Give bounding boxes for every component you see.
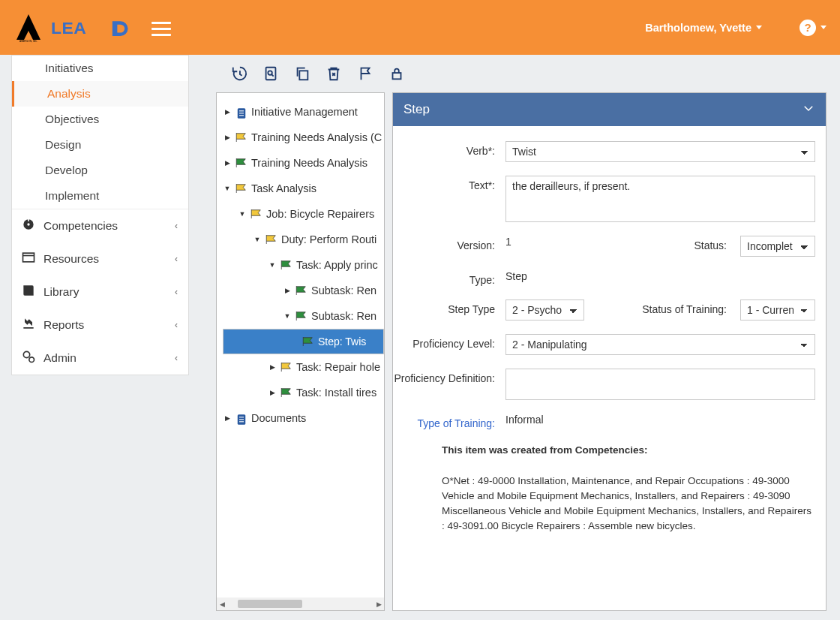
tree-h-scrollbar[interactable]: ◀ ▶ bbox=[217, 597, 384, 610]
tree-node-label: Subtask: Ren bbox=[311, 310, 376, 322]
toolbar bbox=[216, 55, 826, 92]
tree-flag-icon bbox=[265, 234, 278, 245]
search-doc-icon[interactable] bbox=[262, 65, 279, 82]
verb-select[interactable]: Twist bbox=[506, 141, 815, 162]
profdef-input[interactable] bbox=[506, 369, 815, 400]
status-label: Status: bbox=[694, 236, 727, 251]
tree-twist-icon[interactable]: ▶ bbox=[223, 159, 232, 167]
tree-flag-icon bbox=[295, 285, 308, 296]
tree-node[interactable]: ▶Task: Install tires bbox=[223, 380, 384, 405]
menu-toggle-button[interactable] bbox=[152, 18, 171, 38]
tree-twist-icon[interactable]: ▶ bbox=[268, 389, 277, 396]
logo-block: AIMERLON, INC. LEA bbox=[14, 13, 141, 43]
text-input[interactable]: the derailleurs, if present. bbox=[506, 176, 815, 222]
tree-twist-icon[interactable]: ▶ bbox=[268, 363, 277, 371]
sidebar-item-reports[interactable]: Reports‹ bbox=[12, 308, 188, 342]
tree-twist-icon[interactable]: ▼ bbox=[283, 312, 292, 320]
user-menu[interactable]: Bartholomew, Yvette bbox=[645, 22, 762, 34]
text-label: Text*: bbox=[393, 176, 506, 222]
svg-point-8 bbox=[29, 357, 34, 363]
lock-icon[interactable] bbox=[388, 65, 405, 82]
scroll-thumb[interactable] bbox=[238, 600, 302, 608]
tree-node[interactable]: ▼Job: Bicycle Repairers bbox=[223, 201, 384, 227]
tree-node[interactable]: ▼Task Analysis bbox=[223, 176, 384, 201]
tree-flag-icon bbox=[235, 132, 248, 143]
tree-flag-icon bbox=[235, 413, 248, 423]
sidebar-sub-objectives[interactable]: Objectives bbox=[12, 107, 188, 132]
tot-value: Informal bbox=[506, 414, 544, 426]
verb-label: Verb*: bbox=[393, 141, 506, 162]
tot-label[interactable]: Type of Training: bbox=[393, 414, 506, 429]
tree-node-label: Training Needs Analysis (C bbox=[251, 131, 382, 143]
tree-node-label: Initiative Management bbox=[251, 106, 358, 118]
tree-node-label: Subtask: Ren bbox=[311, 284, 376, 296]
content-area: ▶Initiative Management▶Training Needs An… bbox=[216, 55, 826, 611]
copy-icon[interactable] bbox=[294, 65, 310, 82]
help-caret-icon bbox=[820, 26, 826, 29]
tree-twist-icon[interactable]: ▶ bbox=[283, 287, 292, 294]
tree-node[interactable]: ▼Task: Apply princ bbox=[223, 252, 384, 278]
tree-twist-icon[interactable]: ▼ bbox=[223, 185, 232, 192]
svg-point-4 bbox=[27, 223, 29, 225]
tree-node[interactable]: ▶Subtask: Ren bbox=[223, 278, 384, 303]
chevron-left-icon: ‹ bbox=[175, 320, 178, 330]
chevron-left-icon: ‹ bbox=[175, 254, 178, 264]
status-select[interactable]: Incomplet bbox=[740, 236, 815, 257]
tree-twist-icon[interactable]: ▼ bbox=[268, 261, 277, 269]
scroll-right-arrow[interactable]: ▶ bbox=[374, 600, 384, 608]
tree-flag-icon bbox=[295, 311, 308, 321]
tree-node-label: Job: Bicycle Repairers bbox=[266, 208, 374, 220]
steptype-select[interactable]: 2 - Psycho bbox=[506, 299, 584, 321]
tree-flag-icon bbox=[235, 183, 248, 194]
prof-select[interactable]: 2 - Manipulating bbox=[506, 334, 815, 355]
sidebar-sub-analysis[interactable]: Analysis bbox=[12, 81, 188, 107]
tree-node-label: Task Analysis bbox=[251, 182, 316, 194]
help-button[interactable]: ? bbox=[800, 20, 816, 36]
collapse-button[interactable] bbox=[802, 101, 815, 119]
svg-text:AIMERLON, INC.: AIMERLON, INC. bbox=[20, 40, 38, 43]
tree-node[interactable]: Step: Twis bbox=[223, 329, 384, 354]
sidebar-item-admin[interactable]: Admin‹ bbox=[12, 342, 188, 375]
svg-rect-19 bbox=[239, 419, 244, 420]
tree-node[interactable]: ▼Duty: Perform Routi bbox=[223, 227, 384, 252]
tree-node-label: Task: Install tires bbox=[296, 387, 376, 399]
tree-node[interactable]: ▶Training Needs Analysis bbox=[223, 150, 384, 176]
tree-twist-icon[interactable]: ▶ bbox=[223, 414, 232, 422]
tree-node[interactable]: ▶Initiative Management bbox=[223, 99, 384, 125]
tree-twist-icon[interactable]: ▶ bbox=[223, 134, 232, 141]
svg-point-7 bbox=[23, 351, 29, 357]
sidebar-item-competencies[interactable]: Competencies‹ bbox=[12, 209, 188, 242]
svg-rect-12 bbox=[393, 73, 401, 79]
tree-twist-icon[interactable]: ▼ bbox=[238, 210, 247, 218]
sidebar-sub-initiatives[interactable]: Initiatives bbox=[12, 56, 188, 81]
tree-twist-icon[interactable]: ▶ bbox=[223, 108, 232, 116]
sidebar-item-resources[interactable]: Resources‹ bbox=[12, 242, 188, 275]
tree-node-label: Training Needs Analysis bbox=[251, 157, 368, 169]
tree-flag-icon bbox=[250, 209, 263, 219]
svg-rect-18 bbox=[239, 417, 244, 417]
reports-icon bbox=[21, 316, 38, 334]
flag-icon[interactable] bbox=[357, 65, 374, 82]
tree-node-label: Step: Twis bbox=[318, 336, 366, 348]
tree-node[interactable]: ▼Subtask: Ren bbox=[223, 303, 384, 329]
history-icon[interactable] bbox=[231, 65, 248, 82]
tree-twist-icon[interactable]: ▼ bbox=[253, 236, 262, 243]
tree-node-label: Task: Apply princ bbox=[296, 259, 378, 271]
svg-rect-11 bbox=[299, 71, 308, 80]
tree-node[interactable]: ▶Training Needs Analysis (C bbox=[223, 125, 384, 150]
tree-flag-icon bbox=[235, 107, 248, 117]
sidebar-sub-implement[interactable]: Implement bbox=[12, 183, 188, 209]
tree-node[interactable]: ▶Task: Repair hole bbox=[223, 354, 384, 380]
form-title: Step bbox=[404, 102, 430, 117]
sidebar-sub-design[interactable]: Design bbox=[12, 132, 188, 158]
sidebar-sub-develop[interactable]: Develop bbox=[12, 158, 188, 183]
tree-flag-icon bbox=[280, 387, 293, 398]
tree-node[interactable]: ▶Documents bbox=[223, 405, 384, 431]
chevron-left-icon: ‹ bbox=[175, 221, 178, 231]
svg-rect-5 bbox=[28, 219, 29, 221]
delete-icon[interactable] bbox=[326, 65, 342, 82]
sidebar-item-library[interactable]: Library‹ bbox=[12, 275, 188, 308]
sot-select[interactable]: 1 - Curren bbox=[740, 299, 815, 321]
chevron-left-icon: ‹ bbox=[175, 287, 178, 297]
scroll-left-arrow[interactable]: ◀ bbox=[217, 600, 227, 608]
